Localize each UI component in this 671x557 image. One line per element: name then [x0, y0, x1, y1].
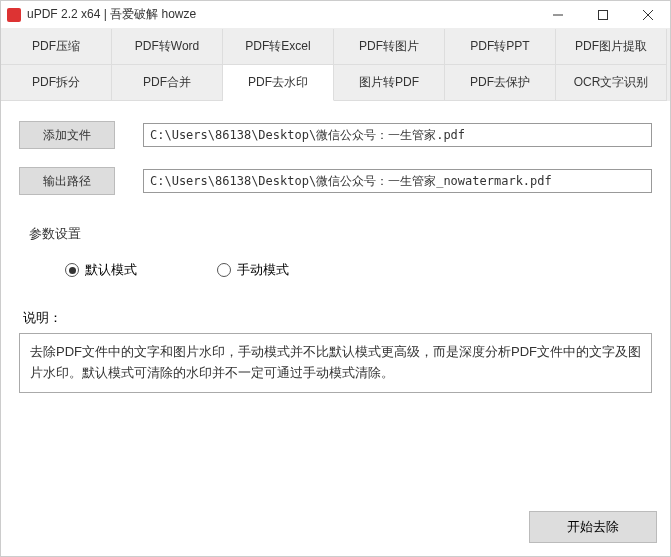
radio-label: 默认模式: [85, 261, 137, 279]
tab-pdf-remove-watermark[interactable]: PDF去水印: [223, 65, 334, 101]
tab-image-to-pdf[interactable]: 图片转PDF: [334, 65, 445, 101]
output-path-field[interactable]: C:\Users\86138\Desktop\微信公众号：一生管家_nowate…: [143, 169, 652, 193]
radio-icon: [65, 263, 79, 277]
radio-default-mode[interactable]: 默认模式: [65, 261, 137, 279]
tab-pdf-to-excel[interactable]: PDF转Excel: [223, 29, 334, 65]
mode-radio-group: 默认模式 手动模式: [65, 261, 652, 279]
radio-label: 手动模式: [237, 261, 289, 279]
close-button[interactable]: [625, 1, 670, 29]
tab-pdf-split[interactable]: PDF拆分: [1, 65, 112, 101]
input-file-row: 添加文件 C:\Users\86138\Desktop\微信公众号：一生管家.p…: [19, 121, 652, 149]
tab-ocr[interactable]: OCR文字识别: [556, 65, 667, 101]
radio-icon: [217, 263, 231, 277]
tab-bar: PDF压缩 PDF转Word PDF转Excel PDF转图片 PDF转PPT …: [1, 29, 670, 101]
tab-pdf-to-word[interactable]: PDF转Word: [112, 29, 223, 65]
tab-pdf-merge[interactable]: PDF合并: [112, 65, 223, 101]
description-label: 说明：: [23, 309, 652, 327]
tab-pdf-extract-image[interactable]: PDF图片提取: [556, 29, 667, 65]
tab-pdf-to-ppt[interactable]: PDF转PPT: [445, 29, 556, 65]
maximize-button[interactable]: [580, 1, 625, 29]
output-path-button[interactable]: 输出路径: [19, 167, 115, 195]
add-file-button[interactable]: 添加文件: [19, 121, 115, 149]
tab-pdf-remove-protection[interactable]: PDF去保护: [445, 65, 556, 101]
footer: 开始去除: [529, 511, 657, 543]
tab-pdf-to-image[interactable]: PDF转图片: [334, 29, 445, 65]
description-text: 去除PDF文件中的文字和图片水印，手动模式并不比默认模式更高级，而是深度分析PD…: [19, 333, 652, 393]
app-icon: [7, 8, 21, 22]
params-section-label: 参数设置: [29, 225, 652, 243]
start-button[interactable]: 开始去除: [529, 511, 657, 543]
radio-manual-mode[interactable]: 手动模式: [217, 261, 289, 279]
main-panel: 添加文件 C:\Users\86138\Desktop\微信公众号：一生管家.p…: [1, 101, 670, 403]
tab-pdf-compress[interactable]: PDF压缩: [1, 29, 112, 65]
input-path-field[interactable]: C:\Users\86138\Desktop\微信公众号：一生管家.pdf: [143, 123, 652, 147]
svg-rect-1: [598, 10, 607, 19]
title-bar: uPDF 2.2 x64 | 吾爱破解 howze: [1, 1, 670, 29]
output-path-row: 输出路径 C:\Users\86138\Desktop\微信公众号：一生管家_n…: [19, 167, 652, 195]
minimize-button[interactable]: [535, 1, 580, 29]
window-title: uPDF 2.2 x64 | 吾爱破解 howze: [27, 6, 535, 23]
